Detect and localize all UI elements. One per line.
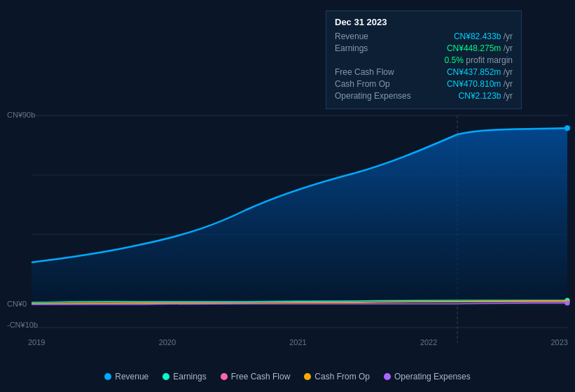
y-label-top: CN¥90b [7,111,35,119]
svg-point-7 [564,125,570,131]
legend-item-fcf[interactable]: Free Cash Flow [221,372,291,382]
legend-dot-earnings [162,373,169,380]
legend-item-opex[interactable]: Operating Expenses [384,372,471,382]
x-label-2022: 2022 [420,338,437,346]
x-axis-labels: 2019 2020 2021 2022 2023 [28,338,568,346]
legend-dot-fcf [221,373,228,380]
tooltip-row-earnings: Earnings CN¥448.275m /yr [335,43,513,53]
tooltip-value-profit: 0.5% profit margin [445,55,513,65]
tooltip-date: Dec 31 2023 [335,17,513,27]
legend-label-revenue: Revenue [115,372,148,382]
tooltip-label-cashfromop: Cash From Op [335,79,390,89]
tooltip-box: Dec 31 2023 Revenue CN¥82.433b /yr Earni… [326,10,522,109]
legend-label-opex: Operating Expenses [394,372,471,382]
tooltip-value-revenue: CN¥82.433b /yr [454,31,513,41]
tooltip-value-opex: CN¥2.123b /yr [459,91,513,101]
tooltip-row-fcf: Free Cash Flow CN¥437.852m /yr [335,67,513,77]
legend-label-cashfromop: Cash From Op [314,372,370,382]
y-label-bot: -CN¥10b [7,321,38,329]
svg-point-10 [565,301,570,306]
legend-item-earnings[interactable]: Earnings [162,372,206,382]
chart-container: CN¥90b CN¥0 -CN¥10b 2019 2020 2021 2022 … [0,0,575,392]
legend-item-revenue[interactable]: Revenue [104,372,148,382]
legend-dot-revenue [104,373,111,380]
tooltip-label-earnings: Earnings [335,43,368,53]
legend-dot-cashfromop [304,373,311,380]
tooltip-row-revenue: Revenue CN¥82.433b /yr [335,31,513,41]
tooltip-row-profit: 0.5% profit margin [335,55,513,65]
tooltip-label-opex: Operating Expenses [335,91,411,101]
x-label-2021: 2021 [289,338,306,346]
tooltip-value-cashfromop: CN¥470.810m /yr [447,79,513,89]
tooltip-label-fcf: Free Cash Flow [335,67,394,77]
tooltip-row-opex: Operating Expenses CN¥2.123b /yr [335,91,513,101]
x-label-2023: 2023 [551,338,568,346]
x-label-2019: 2019 [28,338,45,346]
x-label-2020: 2020 [159,338,176,346]
legend-dot-opex [384,373,391,380]
legend-item-cashfromop[interactable]: Cash From Op [304,372,370,382]
tooltip-label-revenue: Revenue [335,31,368,41]
tooltip-row-cashfromop: Cash From Op CN¥470.810m /yr [335,79,513,89]
chart-legend: Revenue Earnings Free Cash Flow Cash Fro… [0,372,575,382]
legend-label-fcf: Free Cash Flow [231,372,291,382]
legend-label-earnings: Earnings [173,372,206,382]
tooltip-value-fcf: CN¥437.852m /yr [447,67,513,77]
tooltip-value-earnings: CN¥448.275m /yr [447,43,513,53]
y-label-mid: CN¥0 [7,300,27,308]
